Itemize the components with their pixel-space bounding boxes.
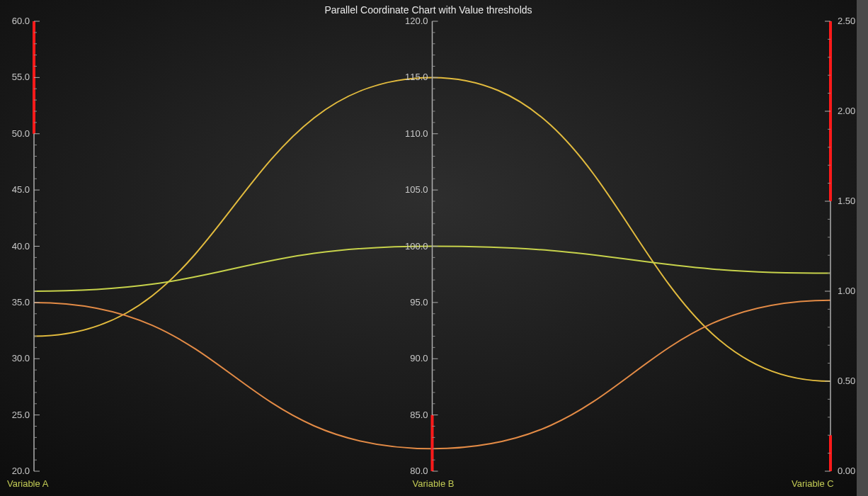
tick: 110.0 — [405, 128, 438, 139]
svg-text:45.0: 45.0 — [12, 184, 30, 195]
tick: 1.00 — [825, 286, 855, 296]
svg-text:90.0: 90.0 — [410, 353, 428, 363]
svg-text:105.0: 105.0 — [405, 184, 428, 195]
svg-text:110.0: 110.0 — [405, 128, 428, 139]
tick: 80.0 — [410, 466, 438, 476]
axis-label: Variable A — [7, 478, 49, 489]
tick: 95.0 — [410, 297, 438, 308]
tick: 115.0 — [405, 72, 438, 82]
svg-text:2.50: 2.50 — [838, 16, 855, 26]
svg-text:60.0: 60.0 — [12, 16, 30, 26]
svg-text:20.0: 20.0 — [12, 466, 30, 476]
svg-text:1.50: 1.50 — [838, 196, 855, 206]
svg-text:35.0: 35.0 — [12, 297, 30, 308]
axis-2[interactable]: 0.000.501.001.502.002.50Variable C — [792, 16, 855, 489]
parallel-coordinates-chart: 20.025.030.035.040.045.050.055.060.0Vari… — [0, 0, 857, 496]
tick: 0.50 — [825, 376, 855, 386]
tick: 50.0 — [12, 128, 40, 139]
tick: 25.0 — [12, 410, 40, 420]
tick: 105.0 — [405, 184, 438, 195]
tick: 120.0 — [405, 16, 438, 26]
svg-text:30.0: 30.0 — [12, 353, 30, 363]
tick: 100.0 — [405, 241, 438, 252]
tick: 55.0 — [12, 72, 40, 82]
svg-text:100.0: 100.0 — [405, 241, 428, 252]
svg-text:95.0: 95.0 — [410, 297, 428, 308]
svg-text:50.0: 50.0 — [12, 128, 30, 139]
svg-text:2.00: 2.00 — [838, 106, 855, 116]
svg-text:80.0: 80.0 — [410, 466, 428, 476]
tick: 60.0 — [12, 16, 40, 26]
svg-text:0.50: 0.50 — [838, 376, 855, 386]
axis-label: Variable C — [792, 478, 834, 489]
svg-text:85.0: 85.0 — [410, 410, 428, 420]
axis-1[interactable]: 80.085.090.095.0100.0105.0110.0115.0120.… — [405, 16, 455, 489]
tick: 40.0 — [12, 241, 40, 252]
tick: 90.0 — [410, 353, 438, 363]
svg-text:120.0: 120.0 — [405, 16, 428, 26]
tick: 35.0 — [12, 297, 40, 308]
tick: 45.0 — [12, 184, 40, 195]
svg-text:115.0: 115.0 — [405, 72, 428, 82]
tick: 85.0 — [410, 410, 438, 420]
svg-text:55.0: 55.0 — [12, 72, 30, 82]
tick: 30.0 — [12, 353, 40, 363]
svg-text:1.00: 1.00 — [838, 286, 855, 296]
svg-text:40.0: 40.0 — [12, 241, 30, 252]
svg-text:0.00: 0.00 — [838, 466, 855, 476]
axis-0[interactable]: 20.025.030.035.040.045.050.055.060.0Vari… — [7, 16, 49, 489]
axis-label: Variable B — [413, 478, 455, 489]
tick: 20.0 — [12, 466, 40, 476]
chart-container: Parallel Coordinate Chart with Value thr… — [0, 0, 857, 496]
svg-text:25.0: 25.0 — [12, 410, 30, 420]
